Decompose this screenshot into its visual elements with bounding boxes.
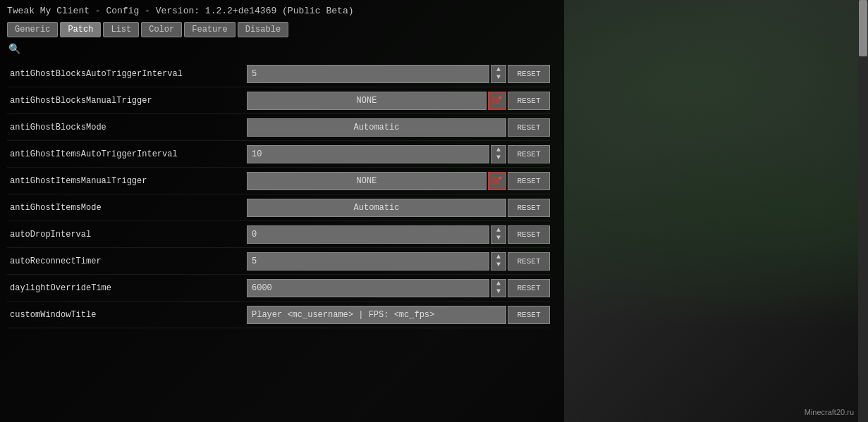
dropdown-input[interactable] bbox=[247, 118, 506, 137]
keybind-clear-button[interactable] bbox=[488, 92, 506, 110]
setting-input-wrap: ▲▼ bbox=[247, 279, 506, 297]
table-row: antiGhostBlocksAutoTriggerInterval▲▼RESE… bbox=[7, 61, 550, 87]
table-row: antiGhostItemsModeRESET bbox=[7, 194, 550, 221]
stepper-button[interactable]: ▲▼ bbox=[491, 65, 506, 83]
stepper-button[interactable]: ▲▼ bbox=[491, 252, 506, 271]
table-row: antiGhostItemsAutoTriggerInterval▲▼RESET bbox=[7, 141, 550, 168]
setting-input-wrap bbox=[247, 172, 506, 190]
setting-label: antiGhostBlocksAutoTriggerInterval bbox=[7, 69, 247, 79]
tab-patch[interactable]: Patch bbox=[60, 22, 101, 37]
table-row: customWindowTitleRESET bbox=[7, 302, 550, 328]
ui-container: Tweak My Client - Config - Version: 1.2.… bbox=[0, 0, 557, 422]
table-row: daylightOverrideTime▲▼RESET bbox=[7, 275, 550, 302]
tab-disable[interactable]: Disable bbox=[238, 22, 288, 37]
keybind-input[interactable] bbox=[247, 172, 487, 190]
setting-input-wrap: ▲▼ bbox=[247, 65, 506, 83]
stepper-button[interactable]: ▲▼ bbox=[491, 225, 506, 244]
reset-button[interactable]: RESET bbox=[508, 252, 550, 271]
dropdown-input[interactable] bbox=[247, 199, 506, 217]
setting-input-wrap bbox=[247, 92, 506, 110]
table-row: antiGhostBlocksManualTrigger RESET bbox=[7, 87, 550, 114]
text-input[interactable] bbox=[247, 306, 506, 324]
table-row: antiGhostItemsManualTrigger RESET bbox=[7, 168, 550, 194]
table-row: antiGhostBlocksModeRESET bbox=[7, 114, 550, 141]
setting-number-input[interactable] bbox=[247, 145, 489, 163]
setting-label: daylightOverrideTime bbox=[7, 283, 247, 293]
reset-button[interactable]: RESET bbox=[508, 199, 550, 217]
setting-label: autoReconnectTimer bbox=[7, 256, 247, 266]
setting-label: antiGhostBlocksManualTrigger bbox=[7, 96, 247, 106]
keybind-clear-button[interactable] bbox=[488, 172, 506, 190]
setting-label: antiGhostItemsMode bbox=[7, 203, 247, 213]
table-row: autoDropInterval▲▼RESET bbox=[7, 221, 550, 248]
reset-button[interactable]: RESET bbox=[508, 225, 550, 244]
watermark: Minecraft20.ru bbox=[805, 408, 854, 416]
setting-input-wrap bbox=[247, 118, 506, 137]
keybind-input[interactable] bbox=[247, 92, 487, 110]
reset-button[interactable]: RESET bbox=[508, 172, 550, 190]
reset-button[interactable]: RESET bbox=[508, 306, 550, 324]
setting-label: antiGhostItemsAutoTriggerInterval bbox=[7, 149, 247, 159]
search-row: 🔍 bbox=[7, 43, 550, 55]
setting-input-wrap: ▲▼ bbox=[247, 225, 506, 244]
stepper-button[interactable]: ▲▼ bbox=[491, 145, 506, 163]
reset-button[interactable]: RESET bbox=[508, 279, 550, 297]
tab-feature[interactable]: Feature bbox=[184, 22, 235, 37]
table-row: autoReconnectTimer▲▼RESET bbox=[7, 248, 550, 275]
setting-label: customWindowTitle bbox=[7, 310, 247, 320]
setting-input-wrap: ▲▼ bbox=[247, 252, 506, 271]
tab-color[interactable]: Color bbox=[141, 22, 182, 37]
setting-number-input[interactable] bbox=[247, 225, 489, 244]
setting-number-input[interactable] bbox=[247, 65, 489, 83]
reset-button[interactable]: RESET bbox=[508, 65, 550, 83]
setting-input-wrap: ▲▼ bbox=[247, 145, 506, 163]
window-title: Tweak My Client - Config - Version: 1.2.… bbox=[7, 6, 550, 16]
setting-label: antiGhostItemsManualTrigger bbox=[7, 176, 247, 186]
tab-bar: Generic Patch List Color Feature Disable bbox=[7, 22, 550, 37]
scrollbar[interactable] bbox=[858, 0, 868, 422]
reset-button[interactable]: RESET bbox=[508, 92, 550, 110]
setting-input-wrap bbox=[247, 306, 506, 324]
search-icon: 🔍 bbox=[8, 43, 20, 55]
setting-label: antiGhostBlocksMode bbox=[7, 123, 247, 132]
setting-label: autoDropInterval bbox=[7, 230, 247, 240]
scrollbar-thumb[interactable] bbox=[859, 0, 867, 56]
setting-input-wrap bbox=[247, 199, 506, 217]
tab-list[interactable]: List bbox=[103, 22, 139, 37]
reset-button[interactable]: RESET bbox=[508, 145, 550, 163]
reset-button[interactable]: RESET bbox=[508, 118, 550, 137]
settings-list: antiGhostBlocksAutoTriggerInterval▲▼RESE… bbox=[7, 61, 550, 416]
stepper-button[interactable]: ▲▼ bbox=[491, 279, 506, 297]
setting-number-input[interactable] bbox=[247, 252, 489, 271]
tab-generic[interactable]: Generic bbox=[7, 22, 58, 37]
setting-number-input[interactable] bbox=[247, 279, 489, 297]
